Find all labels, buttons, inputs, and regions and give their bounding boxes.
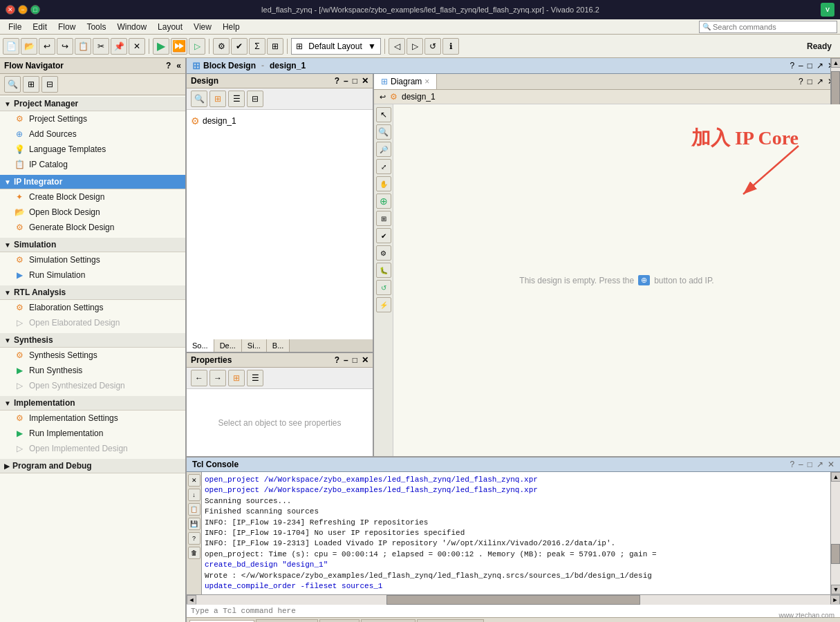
tcl-tab-messages[interactable]: 💬 Messages — [256, 619, 318, 622]
tcl-tab-design-runs[interactable]: ▶ Design Runs — [417, 619, 484, 622]
pp-max[interactable]: □ — [353, 355, 357, 365]
tb-sigma[interactable]: Σ — [249, 38, 265, 55]
tb-run-arrow[interactable]: ⏩ — [171, 38, 187, 55]
nav-open-block-design[interactable]: 📂 Open Block Design — [0, 205, 185, 220]
design-tab-sources[interactable]: So... — [187, 339, 214, 352]
tcl-hscrollbar[interactable]: ◄ ► — [187, 594, 840, 604]
impl-header[interactable]: ▼ Implementation — [0, 396, 185, 411]
pp-back-btn[interactable]: ← — [191, 370, 207, 386]
pp-fwd-btn[interactable]: → — [209, 370, 226, 386]
tcl-help-btn[interactable]: ? — [188, 532, 200, 545]
hscroll-thumb[interactable] — [386, 595, 640, 605]
nav-ip-catalog[interactable]: 📋 IP Catalog — [0, 157, 185, 172]
tcl-command-input[interactable] — [191, 607, 836, 615]
search-input[interactable] — [713, 23, 823, 31]
project-manager-header[interactable]: ▼ Project Manager — [0, 97, 185, 111]
dt-hand[interactable]: ✋ — [376, 176, 391, 191]
pgm-header[interactable]: ▶ Program and Debug — [0, 459, 185, 473]
nav-create-block-design[interactable]: ✦ Create Block Design — [0, 189, 185, 205]
dp-layers-btn[interactable]: ☰ — [228, 91, 245, 107]
dt-zoom-out[interactable]: 🔎 — [376, 142, 391, 157]
dp-filter-btn[interactable]: ⊞ — [209, 91, 226, 107]
tb-delete[interactable]: ✕ — [129, 38, 145, 55]
bd-help[interactable]: ? — [790, 61, 794, 70]
nav-run-synthesis[interactable]: ▶ Run Synthesis — [0, 363, 185, 378]
menu-window[interactable]: Window — [111, 21, 152, 33]
menu-view[interactable]: View — [188, 21, 217, 33]
dt-select[interactable]: ↖ — [376, 107, 391, 122]
nav-run-simulation[interactable]: ▶ Run Simulation — [0, 267, 185, 283]
tcl-ext[interactable]: ↗ — [816, 460, 823, 469]
tcl-min[interactable]: – — [799, 460, 803, 469]
nav-open-implemented[interactable]: ▷ Open Implemented Design — [0, 441, 185, 456]
diagram-tab-close[interactable]: × — [424, 77, 429, 86]
dt-add-ip[interactable]: ⊕ — [376, 194, 391, 209]
dt-fit[interactable]: ⤢ — [376, 159, 391, 174]
tcl-save-btn[interactable]: 💾 — [188, 518, 200, 530]
tb-fwd[interactable]: ▷ — [407, 38, 423, 55]
tb-cut[interactable]: ✂ — [93, 38, 109, 55]
tcl-scroll-btn[interactable]: ↓ — [188, 489, 200, 501]
tcl-trash-btn[interactable]: 🗑 — [188, 547, 200, 559]
menu-help[interactable]: Help — [217, 21, 245, 33]
pp-filter-btn[interactable]: ☰ — [247, 370, 263, 386]
nav-synthesis-settings[interactable]: ⚙ Synthesis Settings — [0, 348, 185, 363]
bd-ext[interactable]: ↗ — [816, 61, 823, 70]
tb-grid[interactable]: ⊞ — [267, 38, 283, 55]
synthesis-header[interactable]: ▼ Synthesis — [0, 333, 185, 348]
tcl-scroll-down[interactable]: ▼ — [831, 585, 840, 594]
design-tab-board[interactable]: B... — [267, 339, 290, 352]
nav-collapse-btn[interactable]: ⊟ — [41, 76, 58, 93]
tb-paste[interactable]: 📌 — [111, 38, 127, 55]
dt-drc[interactable]: ⚡ — [376, 297, 391, 312]
nav-open-elaborated[interactable]: ▷ Open Elaborated Design — [0, 315, 185, 330]
nav-collapse[interactable]: « — [176, 61, 181, 70]
nav-add-sources[interactable]: ⊕ Add Sources — [0, 126, 185, 142]
tb-settings[interactable]: ⚙ — [213, 38, 230, 55]
nav-simulation-settings[interactable]: ⚙ Simulation Settings — [0, 252, 185, 267]
diagram-tab[interactable]: ⊞ Diagram × — [374, 74, 437, 89]
tcl-close[interactable]: ✕ — [828, 460, 834, 469]
menu-edit[interactable]: Edit — [27, 21, 53, 33]
tb-open[interactable]: 📂 — [21, 38, 37, 55]
dt-refresh[interactable]: ↺ — [376, 280, 391, 295]
dp-close[interactable]: ✕ — [362, 76, 368, 86]
bd-max[interactable]: □ — [808, 61, 812, 70]
tb-redo[interactable]: ↪ — [57, 38, 73, 55]
nav-question[interactable]: ? — [166, 61, 171, 70]
rtl-header[interactable]: ▼ RTL Analysis — [0, 285, 185, 300]
dt-connect[interactable]: ⊞ — [376, 211, 391, 226]
dp-hier-btn[interactable]: ⊟ — [247, 91, 263, 107]
tb-nav[interactable]: ↺ — [424, 38, 441, 55]
design-tab-design[interactable]: De... — [214, 339, 242, 352]
dh-max[interactable]: □ — [808, 77, 812, 86]
pp-question[interactable]: ? — [335, 355, 339, 365]
pp-close[interactable]: ✕ — [362, 355, 368, 365]
close-button[interactable]: ✕ — [6, 5, 15, 15]
menu-tools[interactable]: Tools — [81, 21, 111, 33]
pp-props-btn[interactable]: ⊞ — [228, 370, 245, 386]
nav-elaboration-settings[interactable]: ⚙ Elaboration Settings — [0, 300, 185, 315]
dh-question[interactable]: ? — [799, 77, 803, 86]
design-tab-signals[interactable]: Si... — [242, 339, 267, 352]
nav-expand-btn[interactable]: ⊞ — [23, 76, 39, 93]
dp-question[interactable]: ? — [335, 76, 339, 86]
tcl-tab-reports[interactable]: 📄 Reports — [361, 619, 416, 622]
add-ip-button-inline[interactable]: ⊕ — [638, 275, 650, 285]
tcl-question[interactable]: ? — [790, 460, 794, 469]
tb-back[interactable]: ◁ — [389, 38, 405, 55]
minimize-button[interactable]: − — [18, 5, 28, 15]
tb-undo[interactable]: ↩ — [39, 38, 55, 55]
dt-settings[interactable]: ⚙ — [376, 245, 391, 261]
nav-generate-block-design[interactable]: ⚙ Generate Block Design — [0, 220, 185, 235]
nav-open-synthesized[interactable]: ▷ Open Synthesized Design — [0, 378, 185, 393]
tb-play[interactable]: ▷ — [189, 38, 205, 55]
maximize-button[interactable]: □ — [30, 5, 40, 15]
design-item-design1[interactable]: ⚙ design_1 — [191, 114, 368, 128]
dp-max[interactable]: □ — [353, 76, 357, 86]
nav-implementation-settings[interactable]: ⚙ Implementation Settings — [0, 411, 185, 426]
simulation-header[interactable]: ▼ Simulation — [0, 238, 185, 252]
hscroll-left[interactable]: ◄ — [187, 595, 196, 605]
dt-validate[interactable]: ✔ — [376, 228, 391, 243]
tcl-tab-log[interactable]: 📋 Log — [319, 619, 360, 622]
